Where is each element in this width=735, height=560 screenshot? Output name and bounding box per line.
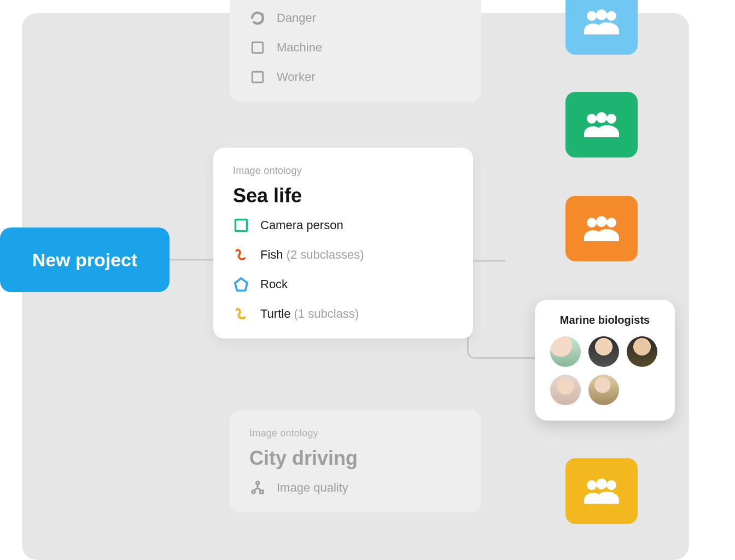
ontology-item-label: Camera person (260, 218, 343, 232)
ontology-item-sub: (2 subclasses) (287, 248, 364, 261)
new-project-label: New project (32, 249, 138, 271)
team-card-label: Marine biologists (550, 314, 660, 326)
team-tile[interactable] (565, 0, 638, 55)
group-icon (581, 214, 622, 243)
avatar-group (550, 336, 660, 405)
ontology-item-list: Image quality (249, 480, 462, 496)
avatar[interactable] (588, 336, 619, 367)
avatar[interactable] (588, 375, 619, 405)
svg-point-16 (596, 216, 607, 227)
squiggle-orange-icon (233, 247, 249, 263)
ontology-item-label: Turtle (260, 307, 290, 320)
tree-icon (249, 480, 266, 496)
ontology-item-label: Image quality (277, 481, 348, 495)
svg-point-20 (606, 480, 616, 490)
svg-rect-3 (252, 72, 263, 83)
svg-rect-4 (236, 220, 247, 231)
ontology-item-label: Machine (277, 40, 322, 55)
avatar[interactable] (627, 336, 657, 367)
ontology-item-label: Worker (277, 70, 316, 84)
squiggle-yellow-icon (233, 306, 249, 322)
svg-marker-5 (235, 278, 248, 291)
square-green-icon (233, 217, 249, 234)
team-tile[interactable] (565, 196, 638, 261)
pentagon-blue-icon (233, 276, 249, 293)
ontology-eyebrow: Image ontology (233, 165, 453, 177)
square-icon (249, 39, 266, 56)
group-icon (581, 476, 622, 506)
ontology-card-focus[interactable]: Image ontology Sea life Camera person Fi… (213, 148, 473, 339)
team-card[interactable]: Marine biologists (535, 300, 675, 421)
ontology-title: City driving (249, 447, 462, 470)
avatar[interactable] (550, 375, 581, 405)
ontology-item[interactable]: Danger (249, 10, 462, 26)
ontology-eyebrow: Image ontology (249, 428, 462, 439)
team-tile[interactable] (565, 458, 638, 524)
svg-point-9 (587, 11, 597, 21)
svg-point-17 (606, 218, 616, 228)
ontology-item-list: Camera person Fish (2 subclasses) Rock T… (233, 217, 453, 322)
svg-point-10 (596, 9, 607, 20)
svg-point-15 (587, 218, 597, 228)
ontology-item[interactable]: Fish (2 subclasses) (233, 247, 453, 263)
svg-rect-2 (252, 42, 263, 53)
avatar[interactable] (550, 336, 581, 367)
team-tile[interactable] (565, 92, 638, 158)
ontology-item[interactable]: Rock (233, 276, 453, 293)
ontology-item-label: Fish (260, 248, 283, 261)
refresh-icon (249, 10, 266, 26)
ontology-item-label: Rock (260, 277, 288, 291)
group-icon (581, 110, 622, 139)
ontology-item[interactable]: Worker (249, 69, 462, 85)
svg-point-14 (606, 114, 616, 124)
ontology-item[interactable]: Camera person (233, 217, 453, 234)
ontology-item[interactable]: Turtle (1 subclass) (233, 306, 453, 322)
new-project-button[interactable]: New project (0, 228, 170, 292)
svg-point-18 (587, 480, 597, 490)
svg-point-13 (596, 112, 607, 123)
ontology-item[interactable]: Image quality (249, 480, 462, 496)
group-icon (581, 7, 622, 37)
square-icon (249, 69, 266, 85)
ontology-title: Sea life (233, 184, 453, 207)
ontology-item-label: Danger (277, 11, 316, 25)
svg-point-11 (606, 11, 616, 21)
ontology-item[interactable]: Machine (249, 39, 462, 56)
ontology-card-top: Danger Machine Worker (230, 0, 481, 102)
ontology-card-bottom: Image ontology City driving Image qualit… (230, 410, 481, 512)
ontology-item-sub: (1 subclass) (294, 307, 359, 320)
svg-point-12 (587, 114, 597, 124)
ontology-item-list: Danger Machine Worker (249, 10, 462, 85)
svg-point-19 (596, 479, 607, 489)
